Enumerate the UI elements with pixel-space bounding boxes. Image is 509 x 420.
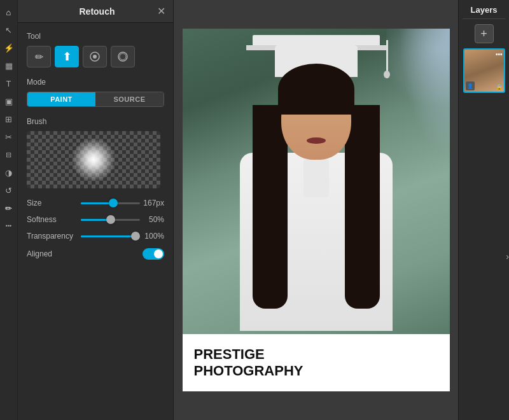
hair-left [253, 105, 288, 309]
softness-slider-row: Softness 50% [27, 215, 164, 224]
right-layers-panel: Layers + ••• 👤 🔒 › [458, 0, 509, 420]
watermark-text: PRESTIGE PHOTOGRAPHY [194, 346, 303, 380]
heal-icon [89, 51, 101, 62]
size-value: 167px [140, 199, 164, 207]
hair-top [278, 64, 354, 115]
aligned-toggle-row: Aligned [27, 248, 164, 260]
select-icon[interactable]: ↖ [2, 23, 16, 37]
patch-icon [117, 51, 129, 62]
sliders-icon[interactable]: ⊟ [2, 148, 16, 162]
layer-options-button[interactable]: ••• [496, 51, 503, 58]
stamp-icon[interactable]: ✏ [2, 201, 16, 215]
watermark-line1: PRESTIGE [194, 346, 303, 363]
photo-container: PRESTIGE PHOTOGRAPHY [183, 29, 450, 391]
softness-track [81, 219, 140, 221]
softness-value: 50% [140, 215, 164, 224]
hair-right [345, 105, 380, 309]
transparency-slider[interactable] [81, 232, 140, 241]
retouch-content: Tool ✏ ⬆ Mode PAINT SOURCE B [18, 23, 173, 420]
lightning-icon[interactable]: ⚡ [2, 41, 16, 55]
close-button[interactable]: ✕ [157, 5, 165, 17]
layer-thumbnail[interactable]: ••• 👤 🔒 [463, 48, 505, 93]
size-label: Size [27, 199, 81, 207]
canvas-area[interactable]: PRESTIGE PHOTOGRAPHY [174, 0, 458, 420]
softness-thumb[interactable] [106, 215, 115, 224]
mask-icon[interactable]: ▣ [2, 94, 16, 108]
paint-mode-button[interactable]: PAINT [27, 92, 95, 106]
svg-point-3 [120, 53, 126, 60]
photo-background [183, 29, 450, 334]
retouch-title: Retouch [37, 6, 157, 17]
add-layer-button[interactable]: + [475, 24, 494, 43]
transform-icon[interactable]: ⊞ [2, 112, 16, 126]
source-mode-button[interactable]: SOURCE [95, 92, 164, 106]
aligned-label: Aligned [27, 249, 143, 258]
retouch-header: Retouch ✕ [18, 0, 173, 23]
softness-label: Softness [27, 215, 81, 224]
layers-panel-title: Layers [463, 5, 505, 19]
panel-expand-area: › [463, 98, 505, 415]
aligned-toggle[interactable] [143, 248, 164, 260]
retouch-panel: Retouch ✕ Tool ✏ ⬆ Mode PAIN [18, 0, 174, 420]
more-dots-icon[interactable]: ••• [2, 219, 16, 233]
pencil-tool-button[interactable]: ✏ [27, 46, 51, 67]
layer-lock-icon: 🔒 [496, 84, 503, 90]
expand-chevron-icon[interactable]: › [506, 251, 509, 262]
brush-preview [27, 131, 160, 188]
home-icon[interactable]: ⌂ [2, 5, 16, 19]
left-toolbar: ⌂ ↖ ⚡ ▦ T ▣ ⊞ ✂ ⊟ ◑ ↺ ✏ ••• [0, 0, 18, 420]
tool-section-label: Tool [27, 32, 164, 41]
tool-buttons-row: ✏ ⬆ [27, 46, 164, 67]
clone-tool-button[interactable]: ⬆ [55, 46, 79, 67]
heal-tool-button[interactable] [83, 46, 107, 67]
mode-section-label: Mode [27, 78, 164, 87]
softness-slider[interactable] [81, 215, 140, 224]
size-track [81, 202, 140, 204]
size-slider[interactable] [81, 199, 140, 207]
grad-tassel [386, 40, 388, 78]
transparency-track [81, 235, 140, 237]
transparency-slider-row: Transparency 100% [27, 232, 164, 241]
layer-type-icon: 👤 [466, 81, 475, 90]
toggle-knob [154, 249, 163, 258]
patch-tool-button[interactable] [111, 46, 135, 67]
refresh-icon[interactable]: ↺ [2, 183, 16, 197]
watermark-line2: PHOTOGRAPHY [194, 363, 303, 379]
size-thumb[interactable] [109, 199, 118, 207]
size-slider-row: Size 167px [27, 199, 164, 207]
circle-half-icon[interactable]: ◑ [2, 165, 16, 179]
transparency-label: Transparency [27, 232, 81, 241]
text-icon[interactable]: T [2, 76, 16, 90]
scissors-icon[interactable]: ✂ [2, 130, 16, 144]
brush-glow [71, 137, 116, 182]
brush-section-label: Brush [27, 117, 164, 126]
brush-spray-overlay [386, 29, 450, 130]
mode-buttons-row: PAINT SOURCE [27, 92, 164, 107]
transparency-value: 100% [140, 232, 164, 241]
transparency-thumb[interactable] [131, 232, 140, 241]
photo-watermark: PRESTIGE PHOTOGRAPHY [183, 334, 450, 391]
crop-icon[interactable]: ▦ [2, 59, 16, 73]
svg-point-1 [93, 55, 97, 59]
spray-effect [399, 29, 450, 156]
